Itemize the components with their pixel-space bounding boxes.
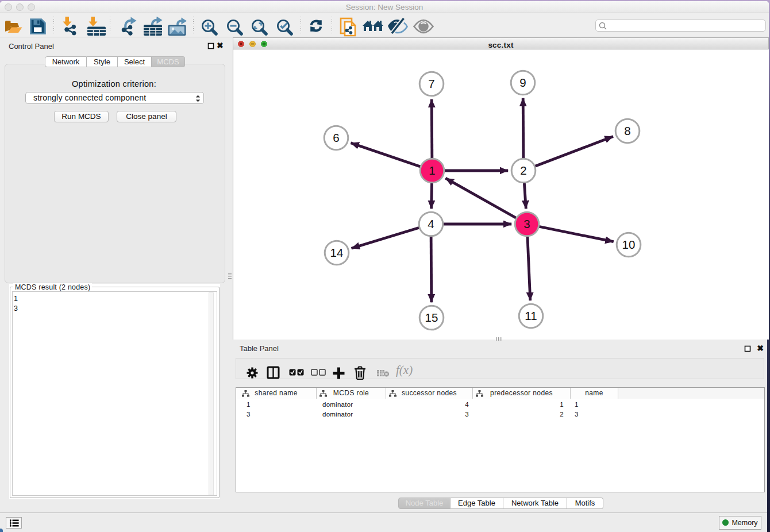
svg-text:8: 8 — [624, 124, 630, 137]
svg-text:11: 11 — [525, 309, 537, 322]
svg-text:6: 6 — [333, 131, 339, 144]
svg-text:3: 3 — [523, 217, 530, 230]
svg-text:9: 9 — [519, 76, 526, 89]
svg-text:15: 15 — [425, 311, 438, 324]
svg-text:10: 10 — [622, 238, 636, 251]
svg-text:4: 4 — [428, 217, 434, 230]
svg-text:1: 1 — [429, 164, 435, 177]
svg-text:14: 14 — [330, 246, 344, 259]
svg-text:2: 2 — [520, 164, 526, 177]
svg-text:7: 7 — [428, 77, 434, 90]
